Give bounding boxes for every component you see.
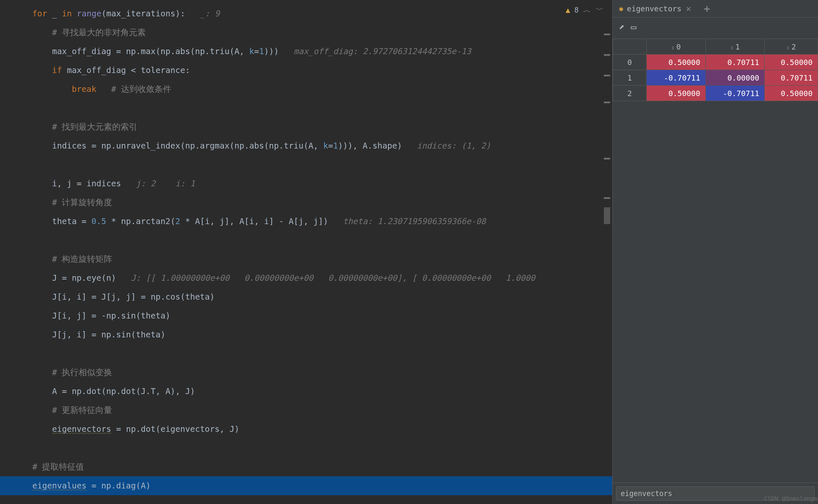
code-line[interactable] xyxy=(13,439,612,457)
close-icon[interactable]: × xyxy=(686,3,691,14)
code-line[interactable]: J[i, i] = J[j, j] = np.cos(theta) xyxy=(13,287,612,306)
table-row: 0 0.50000 0.70711 0.50000 xyxy=(613,55,818,70)
sort-icon: ⇕ xyxy=(786,44,789,51)
minimap-mark xyxy=(604,207,610,224)
minimap-mark xyxy=(604,54,610,56)
panel-tab-bar: ✱ eigenvectors × + xyxy=(613,0,818,18)
corner-cell xyxy=(613,39,647,55)
code-line[interactable]: i, j = indices j: 2 i: 1 xyxy=(13,174,612,193)
row-header: 0 xyxy=(613,55,647,70)
table-cell[interactable]: 0.70711 xyxy=(765,70,818,86)
code-line[interactable]: J[j, i] = np.sin(theta) xyxy=(13,325,612,344)
panel-toolbar: ⬈ ▭ xyxy=(613,18,818,37)
code-line[interactable]: # 寻找最大的非对角元素 xyxy=(13,23,612,42)
add-tab-icon[interactable]: + xyxy=(704,3,710,15)
table-cell[interactable]: 0.50000 xyxy=(647,55,706,70)
table-row: 2 0.50000 -0.70711 0.50000 xyxy=(613,86,818,101)
code-line[interactable] xyxy=(13,231,612,250)
code-line[interactable]: # 找到最大元素的索引 xyxy=(13,118,612,136)
watermark: CSDN @QomolangmaH xyxy=(764,495,818,502)
table-cell[interactable]: -0.70711 xyxy=(705,86,765,101)
row-header: 2 xyxy=(613,86,647,101)
column-header[interactable]: ⇕2 xyxy=(765,39,818,55)
code-line[interactable]: # 构造旋转矩阵 xyxy=(13,250,612,269)
code-editor[interactable]: ▲ 8 ︿ ﹀ for _ in range(max_iterations): … xyxy=(0,0,612,504)
sort-icon: ⇕ xyxy=(730,44,734,51)
code-line[interactable]: break # 达到收敛条件 xyxy=(13,80,612,99)
minimap-mark xyxy=(604,34,610,35)
tab-title[interactable]: eigenvectors xyxy=(627,4,682,13)
row-header: 1 xyxy=(613,70,647,86)
code-line[interactable]: J = np.eye(n) J: [[ 1.00000000e+00 0.000… xyxy=(13,269,612,287)
minimap-mark xyxy=(604,158,610,159)
code-line[interactable]: # 更新特征向量 xyxy=(13,401,612,420)
code-line[interactable]: if max_off_diag < tolerance: xyxy=(13,61,612,80)
code-line[interactable]: J[i, j] = -np.sin(theta) xyxy=(13,306,612,325)
minimap-mark xyxy=(604,197,610,199)
table-cell[interactable]: 0.70711 xyxy=(705,55,765,70)
table-cell[interactable]: 0.50000 xyxy=(765,86,818,101)
data-viewer-panel: ✱ eigenvectors × + ⬈ ▭ ⇕0 ⇕1 ⇕2 0 0.5000… xyxy=(612,0,818,504)
code-line[interactable] xyxy=(13,99,612,118)
data-table: ⇕0 ⇕1 ⇕2 0 0.50000 0.70711 0.50000 1 -0.… xyxy=(613,39,818,101)
code-line[interactable]: # 执行相似变换 xyxy=(13,363,612,382)
code-line[interactable]: A = np.dot(np.dot(J.T, A), J) xyxy=(13,382,612,401)
minimap-mark xyxy=(604,75,610,76)
view-mode-icon[interactable]: ▭ xyxy=(631,22,636,32)
table-cell[interactable]: 0.00000 xyxy=(705,70,765,86)
column-header[interactable]: ⇕0 xyxy=(647,39,706,55)
code-line[interactable]: theta = 0.5 * np.arctan2(2 * A[i, j], A[… xyxy=(13,212,612,231)
code-line[interactable]: eigenvectors = np.dot(eigenvectors, J) xyxy=(13,420,612,439)
variable-icon: ✱ xyxy=(619,4,624,13)
minimap-mark xyxy=(604,102,610,103)
code-line[interactable]: max_off_diag = np.max(np.abs(np.triu(A, … xyxy=(13,42,612,61)
code-line[interactable] xyxy=(13,344,612,363)
code-line[interactable]: indices = np.unravel_index(np.argmax(np.… xyxy=(13,136,612,155)
code-line[interactable]: for _ in range(max_iterations): _: 9 xyxy=(13,4,612,23)
popout-icon[interactable]: ⬈ xyxy=(619,22,624,32)
code-line[interactable]: # 提取特征值 xyxy=(13,457,612,476)
table-cell[interactable]: -0.70711 xyxy=(647,70,706,86)
column-header[interactable]: ⇕1 xyxy=(705,39,765,55)
sort-icon: ⇕ xyxy=(671,44,674,51)
code-line[interactable]: # 计算旋转角度 xyxy=(13,193,612,212)
table-cell[interactable]: 0.50000 xyxy=(765,55,818,70)
table-row: 1 -0.70711 0.00000 0.70711 xyxy=(613,70,818,86)
code-line[interactable] xyxy=(13,155,612,174)
minimap[interactable] xyxy=(604,34,610,243)
code-line[interactable]: eigenvalues = np.diag(A) xyxy=(0,476,612,495)
table-cell[interactable]: 0.50000 xyxy=(647,86,706,101)
